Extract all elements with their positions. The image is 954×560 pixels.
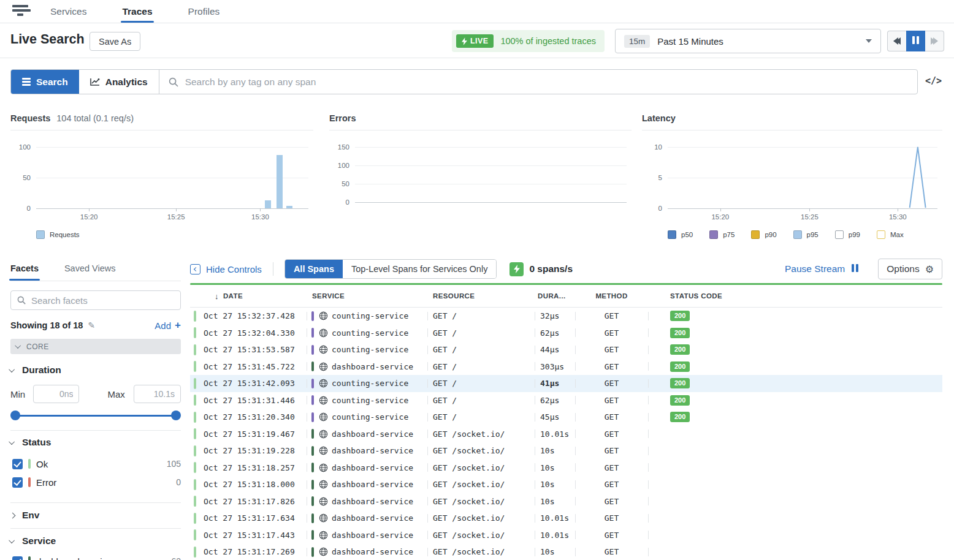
- bar[interactable]: [286, 206, 292, 208]
- tab-search[interactable]: Search: [11, 70, 79, 94]
- row-duration: 41µs: [540, 379, 559, 388]
- row-date: Oct 27 15:31:19.228: [204, 446, 295, 455]
- row-service: counting-service: [332, 345, 408, 354]
- row-resource: GET /socket.io/: [433, 463, 505, 472]
- errors-chart: Errors 050100150: [329, 109, 632, 250]
- table-row[interactable]: Oct 27 15:31:18.000dashboard-serviceGET …: [190, 476, 942, 493]
- save-as-button[interactable]: Save As: [90, 32, 140, 51]
- tab-facets[interactable]: Facets: [10, 263, 39, 281]
- env-section-header[interactable]: Env: [10, 510, 39, 521]
- top-level-spans-segment[interactable]: Top-Level Spans for Services Only: [343, 260, 496, 278]
- table-row[interactable]: Oct 27 15:31:17.269dashboard-serviceGET …: [190, 543, 942, 560]
- row-date: Oct 27 15:31:18.257: [204, 463, 295, 472]
- table-row[interactable]: Oct 27 15:32:37.428counting-serviceGET /…: [190, 308, 942, 325]
- tab-saved-views[interactable]: Saved Views: [64, 263, 116, 281]
- nav-item-services[interactable]: Services: [50, 0, 86, 23]
- table-row[interactable]: Oct 27 15:31:18.257dashboard-serviceGET …: [190, 460, 942, 477]
- collapse-left-icon: [190, 264, 200, 274]
- bar[interactable]: [265, 200, 271, 208]
- legend-item[interactable]: Max: [877, 230, 904, 239]
- checkbox-checked[interactable]: [12, 459, 23, 469]
- facet-row-error[interactable]: Error 0: [12, 476, 181, 488]
- service-color-bar: [311, 530, 314, 540]
- bar[interactable]: [277, 155, 283, 208]
- legend-item[interactable]: p95: [793, 230, 819, 239]
- table-row[interactable]: Oct 27 15:31:45.722dashboard-serviceGET …: [190, 358, 942, 376]
- column-header-status-code[interactable]: STATUS CODE: [648, 285, 942, 307]
- nav-item-profiles[interactable]: Profiles: [188, 0, 220, 23]
- column-header-resource[interactable]: RESOURCE: [427, 285, 535, 307]
- pencil-icon[interactable]: ✎: [88, 320, 95, 330]
- duration-max-input[interactable]: [134, 385, 180, 403]
- tab-analytics[interactable]: Analytics: [79, 70, 159, 94]
- row-date: Oct 27 15:31:45.722: [204, 362, 295, 371]
- rewind-button[interactable]: [887, 31, 906, 51]
- legend-item[interactable]: p90: [751, 230, 776, 239]
- column-header-duration[interactable]: DURA...: [535, 285, 575, 307]
- checkbox-checked[interactable]: [12, 556, 23, 560]
- table-row[interactable]: Oct 27 15:31:20.340counting-serviceGET /…: [190, 409, 942, 426]
- status-section-header[interactable]: Status: [10, 437, 51, 448]
- legend-item[interactable]: p50: [668, 230, 693, 239]
- forward-button[interactable]: [925, 31, 944, 51]
- column-header-date[interactable]: ↓DATE: [190, 285, 307, 307]
- service-section-header[interactable]: Service: [10, 535, 56, 547]
- table-row[interactable]: Oct 27 15:31:17.826dashboard-serviceGET …: [190, 493, 942, 510]
- legend-swatch: [668, 230, 676, 239]
- all-spans-segment[interactable]: All Spans: [285, 260, 343, 278]
- checkbox-checked[interactable]: [12, 477, 23, 488]
- table-row[interactable]: Oct 27 15:32:04.330counting-serviceGET /…: [190, 325, 942, 342]
- facet-row-service[interactable]: dashboard-service 62: [12, 555, 181, 560]
- column-header-service[interactable]: SERVICE: [307, 285, 427, 307]
- service-color-bar: [311, 361, 314, 371]
- legend-item[interactable]: p75: [709, 230, 735, 239]
- line-series: [668, 147, 937, 208]
- column-header-method[interactable]: METHOD: [575, 285, 648, 307]
- code-icon[interactable]: </>: [925, 75, 942, 86]
- table-row[interactable]: Oct 27 15:31:17.443dashboard-serviceGET …: [190, 527, 942, 544]
- legend-item[interactable]: Requests: [36, 230, 80, 239]
- x-axis-tick-label: 15:25: [801, 213, 819, 221]
- table-row[interactable]: Oct 27 15:31:19.228dashboard-serviceGET …: [190, 442, 942, 460]
- requests-chart: Requests104 total (0.1 req/s) 05010015:2…: [10, 109, 313, 250]
- row-method: GET: [605, 446, 619, 455]
- duration-min-input[interactable]: [34, 385, 78, 403]
- time-range-picker[interactable]: 15m Past 15 Minutes: [615, 29, 881, 53]
- legend-item[interactable]: p99: [835, 230, 860, 239]
- span-search-input[interactable]: [185, 77, 908, 88]
- app-logo-icon[interactable]: [12, 5, 31, 23]
- nav-item-traces[interactable]: Traces: [122, 0, 152, 23]
- globe-icon: [319, 513, 328, 523]
- facet-search-field[interactable]: [10, 290, 181, 310]
- table-row[interactable]: Oct 27 15:31:19.467dashboard-serviceGET …: [190, 426, 942, 443]
- add-facet-button[interactable]: Add+: [155, 319, 181, 331]
- row-duration: 10s: [540, 480, 554, 489]
- globe-icon: [319, 311, 328, 320]
- duration-section-header[interactable]: Duration: [10, 365, 61, 376]
- facet-search-input[interactable]: [31, 295, 174, 306]
- max-label: Max: [107, 389, 124, 399]
- table-row[interactable]: Oct 27 15:31:42.093counting-serviceGET /…: [190, 375, 942, 392]
- table-row[interactable]: Oct 27 15:31:17.634dashboard-serviceGET …: [190, 510, 942, 527]
- service-color-bar: [311, 345, 314, 355]
- pause-stream-button[interactable]: Pause Stream: [785, 263, 859, 274]
- row-method: GET: [605, 328, 619, 338]
- pause-button[interactable]: [906, 31, 925, 51]
- facet-row-ok[interactable]: Ok 105: [12, 458, 181, 470]
- table-row[interactable]: Oct 27 15:31:53.587counting-serviceGET /…: [190, 341, 942, 358]
- y-axis-tick-label: 10: [654, 143, 662, 151]
- options-button[interactable]: Options ⚙: [878, 259, 942, 279]
- row-method: GET: [605, 547, 619, 556]
- duration-slider[interactable]: [10, 411, 181, 420]
- core-section-header[interactable]: CORE: [10, 339, 181, 354]
- chart-plot: 051015:2015:2515:30: [668, 147, 937, 208]
- slider-handle-max[interactable]: [171, 411, 181, 420]
- hide-controls-button[interactable]: Hide Controls: [190, 264, 262, 274]
- span-search-field[interactable]: [159, 70, 917, 94]
- legend-swatch: [835, 230, 844, 239]
- table-row[interactable]: Oct 27 15:31:31.446counting-serviceGET /…: [190, 392, 942, 409]
- slider-handle-min[interactable]: [10, 411, 20, 420]
- row-service: counting-service: [332, 311, 408, 320]
- row-service: dashboard-service: [332, 497, 413, 506]
- row-status-bar: [194, 513, 196, 524]
